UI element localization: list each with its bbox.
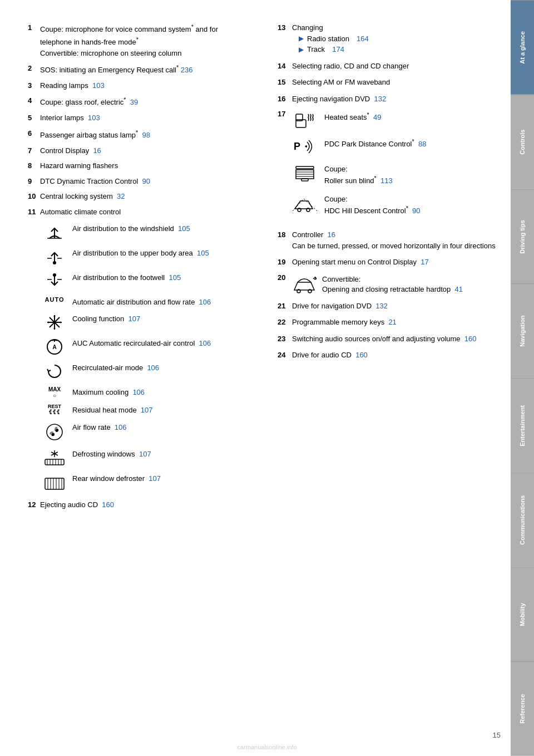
svg-point-18 <box>60 322 62 323</box>
page-link[interactable]: 160 <box>355 351 368 359</box>
page-link[interactable]: 90 <box>142 177 150 185</box>
item-number: 1 <box>28 22 40 58</box>
sidebar-tab-controls[interactable]: Controls <box>511 95 534 189</box>
page-link[interactable]: 21 <box>388 318 396 326</box>
sidebar-tab-navigation[interactable]: Navigation <box>511 283 534 378</box>
page-link[interactable]: 160 <box>102 500 114 509</box>
sidebar-tab-communications[interactable]: Communications <box>511 473 534 567</box>
page-link[interactable]: 41 <box>455 285 463 293</box>
item-number: 12 <box>28 499 40 510</box>
left-column: 1 Coupe: microphone for voice command sy… <box>28 22 255 514</box>
svg-rect-49 <box>301 179 308 181</box>
page-link[interactable]: 236 <box>181 66 193 74</box>
item-number: 6 <box>28 128 40 141</box>
page-link[interactable]: 107 <box>128 315 140 323</box>
list-item: 11 Automatic climate control <box>28 207 250 218</box>
item-text: Changing ▶ Radio station 164 ▶ Track 174 <box>292 22 500 55</box>
sidebar-tab-reference[interactable]: Reference <box>511 661 534 756</box>
item-number: 5 <box>28 112 40 124</box>
sub-item: ▶ Track 174 <box>299 44 500 55</box>
page-link[interactable]: 132 <box>375 302 388 310</box>
page-link[interactable]: 160 <box>464 335 477 343</box>
hardtop-icon <box>292 273 317 295</box>
climate-item-text: AUC Automatic recirculated-air control 1… <box>72 337 211 348</box>
page-link[interactable]: 174 <box>332 44 344 55</box>
list-item: 19 Opening start menu on Control Display… <box>278 257 500 268</box>
item-number: 21 <box>278 301 292 312</box>
list-item: 8 Hazard warning flashers <box>28 160 250 171</box>
icon-item-text: Coupe:HDC Hill Descent Control* 90 <box>324 193 421 217</box>
item-number: 4 <box>28 95 40 108</box>
item-text: Interior lamps 103 <box>40 112 250 124</box>
sub-item: ▶ Radio station 164 <box>299 33 500 45</box>
page-link[interactable]: 106 <box>132 388 145 396</box>
sidebar-tab-driving-tips[interactable]: Driving tips <box>511 189 534 284</box>
page-link[interactable]: 106 <box>115 423 127 431</box>
icon-item-text: Heated seats* 49 <box>324 110 382 123</box>
item-text: Drive for navigation DVD 132 <box>292 301 500 312</box>
page-link[interactable]: 106 <box>199 298 211 306</box>
item-number: 2 <box>28 63 40 76</box>
page-link[interactable]: 17 <box>421 258 428 266</box>
rest-icon: REST⦃⦃⦃ <box>43 404 66 415</box>
item-text: Controller 16 Can be turned, pressed, or… <box>292 229 500 251</box>
heated-seat-icon <box>292 110 318 130</box>
list-item: 14 Selecting radio, CD and CD changer <box>278 61 500 72</box>
footwell-icon <box>43 272 66 291</box>
sidebar-tab-at-a-glance[interactable]: At a glance <box>511 0 534 95</box>
page-link[interactable]: 105 <box>197 249 209 257</box>
page-link[interactable]: 16 <box>328 230 335 239</box>
list-item: 4 Coupe: glass roof, electric* 39 <box>28 95 250 108</box>
page-link[interactable]: 39 <box>130 99 138 107</box>
climate-item: Recirculated-air mode 106 <box>43 362 250 381</box>
climate-item: Cooling function 107 <box>43 313 250 332</box>
item-text: DTC Dynamic Traction Control 90 <box>40 176 250 187</box>
svg-point-7 <box>53 273 56 277</box>
list-item: 2 SOS: initiating an Emergency Request c… <box>28 63 250 76</box>
page-link[interactable]: 103 <box>88 114 100 122</box>
sidebar-tab-mobility[interactable]: Mobility <box>511 567 534 662</box>
list-item: 17 <box>278 110 500 223</box>
page-link[interactable]: 107 <box>139 450 151 458</box>
icon-item-group: Heated seats* 49 P <box>292 110 426 223</box>
roller-blind-icon <box>292 163 318 183</box>
page-link[interactable]: 98 <box>142 131 150 139</box>
item-number: 14 <box>278 61 292 72</box>
item-text: Reading lamps 103 <box>40 80 250 91</box>
item-number: 13 <box>278 22 292 55</box>
list-item: 24 Drive for audio CD 160 <box>278 350 500 361</box>
page-link[interactable]: 106 <box>147 364 159 372</box>
list-item: 1 Coupe: microphone for voice command sy… <box>28 22 250 58</box>
sidebar-tab-entertainment[interactable]: Entertainment <box>511 378 534 473</box>
page-link[interactable]: 105 <box>178 224 190 233</box>
page-link[interactable]: 164 <box>357 33 369 45</box>
page-link[interactable]: 107 <box>141 406 153 414</box>
page-link[interactable]: 103 <box>92 81 105 90</box>
svg-text:P: P <box>294 141 300 152</box>
page-link[interactable]: 106 <box>199 339 211 347</box>
icon-item-text: PDC Park Distance Control* 88 <box>324 136 426 150</box>
item-text: Selecting radio, CD and CD changer <box>292 61 500 72</box>
page-link[interactable]: 90 <box>412 207 420 215</box>
item-text: Programmable memory keys 21 <box>292 317 500 328</box>
arrow-icon: ▶ <box>299 45 304 55</box>
icon-item: P PDC Park Distance Control* 88 <box>292 136 426 156</box>
page-link[interactable]: 105 <box>169 273 181 282</box>
page-link[interactable]: 49 <box>373 113 381 121</box>
climate-item: Air distribution to the upper body area … <box>43 247 250 266</box>
page-link[interactable]: 32 <box>117 192 125 200</box>
page-link[interactable]: 107 <box>149 474 161 483</box>
item-number: 10 <box>28 191 40 202</box>
page-link[interactable]: 16 <box>93 146 101 155</box>
page-link[interactable]: 113 <box>380 177 393 185</box>
item-text: Switching audio sources on/off and adjus… <box>292 333 500 345</box>
main-content: 1 Coupe: microphone for voice command sy… <box>0 0 511 756</box>
list-item: 3 Reading lamps 103 <box>28 80 250 91</box>
page-link[interactable]: 88 <box>418 140 426 148</box>
climate-item-text: Recirculated-air mode 106 <box>72 362 159 373</box>
svg-point-16 <box>54 328 56 330</box>
climate-item: AUTO Automatic air distribution and flow… <box>43 296 250 307</box>
page-link[interactable]: 132 <box>374 95 386 103</box>
item-number: 23 <box>278 333 292 345</box>
climate-item-text: Air distribution to the footwell 105 <box>72 272 181 283</box>
